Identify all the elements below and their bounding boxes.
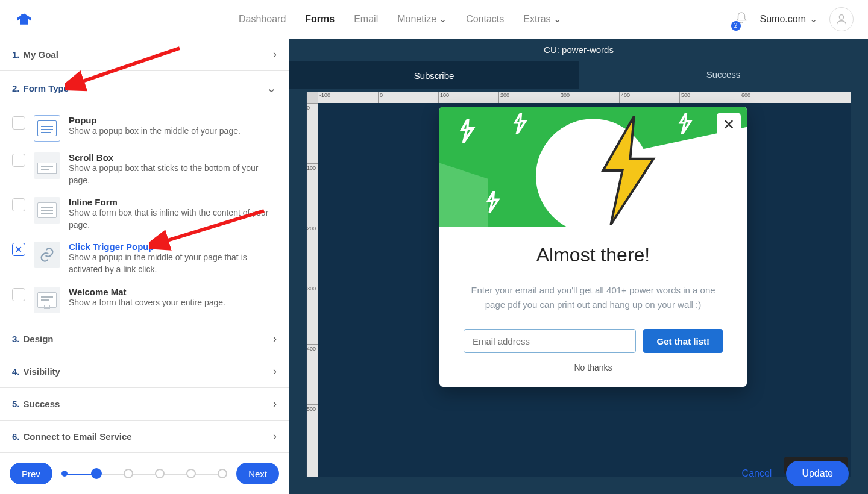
checkbox[interactable] [12, 116, 25, 130]
design-canvas[interactable]: -1000100200300400500600 0100200300400500 [306, 92, 851, 477]
click-trigger-icon [34, 242, 60, 268]
form-type-click-trigger[interactable]: Click Trigger PopupShow a popup in the m… [12, 242, 281, 275]
next-button[interactable]: Next [236, 463, 279, 484]
prev-button[interactable]: Prev [10, 463, 52, 484]
progress-dot [155, 469, 165, 478]
step-connect-email[interactable]: 6.Connect to Email Service › [0, 421, 289, 453]
chevron-right-icon: › [273, 48, 277, 61]
form-type-popup[interactable]: PopupShow a popup box in the middle of y… [12, 115, 281, 142]
app-header: Dashboard Forms Email Monetize ⌄ Contact… [0, 0, 868, 39]
email-field[interactable] [464, 329, 636, 353]
avatar[interactable] [829, 7, 854, 31]
ruler-vertical: 0100200300400500 [307, 103, 318, 477]
welcome-mat-icon [34, 287, 60, 313]
scroll-box-icon [34, 152, 60, 179]
chevron-down-icon: ⌄ [266, 81, 277, 95]
chevron-down-icon: ⌄ [439, 13, 447, 25]
form-type-scroll-box[interactable]: Scroll BoxShow a popup box that sticks t… [12, 152, 281, 186]
progress-dot-current [91, 468, 102, 479]
popup-paragraph: Enter your email and you'll get all 401+… [464, 283, 723, 312]
nav-extras[interactable]: Extras ⌄ [523, 13, 561, 25]
nav-forms[interactable]: Forms [305, 13, 335, 25]
tab-subscribe[interactable]: Subscribe [289, 61, 579, 89]
form-type-list: PopupShow a popup box in the middle of y… [0, 105, 289, 323]
chevron-right-icon: › [273, 398, 277, 410]
ruler-horizontal: -1000100200300400500600 [318, 92, 851, 103]
form-popup[interactable]: ✕ Almost there! Enter your email and you… [439, 107, 747, 387]
progress-dot [124, 469, 133, 478]
popup-hero: ✕ [439, 107, 747, 227]
ruler-corner [307, 92, 318, 103]
chevron-right-icon: › [273, 365, 277, 378]
lightning-icon [587, 116, 665, 225]
tab-success[interactable]: Success [579, 61, 868, 89]
site-switcher[interactable]: Sumo.com ⌄ [760, 13, 817, 25]
step-my-goal[interactable]: 1.My Goal › [0, 39, 289, 71]
progress-dot [218, 469, 227, 478]
preview-pane: CU: power-words Subscribe Success -10001… [289, 39, 868, 494]
chevron-right-icon: › [273, 333, 277, 345]
popup-icon [34, 115, 60, 142]
close-icon[interactable]: ✕ [717, 113, 741, 137]
step-success[interactable]: 5.Success › [0, 388, 289, 421]
popup-heading: Almost there! [464, 244, 723, 266]
checkbox[interactable] [12, 198, 25, 211]
checkbox[interactable] [12, 288, 25, 301]
chevron-right-icon: › [273, 430, 277, 443]
cancel-link[interactable]: Cancel [742, 468, 772, 479]
progress-dot [61, 471, 68, 477]
sidebar-footer: Prev Next [0, 453, 289, 494]
nav-contacts[interactable]: Contacts [466, 13, 504, 25]
checkbox-checked[interactable] [12, 243, 25, 256]
step-visibility[interactable]: 4.Visibility › [0, 355, 289, 388]
update-button[interactable]: Update [786, 461, 849, 486]
nav-email[interactable]: Email [354, 13, 378, 25]
form-type-welcome-mat[interactable]: Welcome MatShow a form that covers your … [12, 287, 281, 313]
nav-dashboard[interactable]: Dashboard [239, 13, 286, 25]
page-footer: Cancel Update [723, 453, 868, 494]
inline-form-icon [34, 197, 60, 224]
submit-button[interactable]: Get that list! [643, 329, 723, 353]
step-design[interactable]: 3.Design › [0, 323, 289, 355]
checkbox[interactable] [12, 154, 25, 167]
chevron-down-icon: ⌄ [810, 13, 817, 25]
form-type-inline-form[interactable]: Inline FormShow a form box that is inlin… [12, 197, 281, 231]
preview-title: CU: power-words [289, 39, 868, 61]
notification-badge: 2 [731, 21, 741, 31]
svg-point-0 [839, 14, 843, 19]
builder-sidebar: 1.My Goal › 2.Form Type ⌄ PopupShow a po… [0, 39, 289, 494]
chevron-down-icon: ⌄ [553, 13, 561, 25]
nav-monetize[interactable]: Monetize ⌄ [397, 13, 447, 25]
brand-logo [14, 12, 34, 27]
step-progress [60, 468, 229, 479]
progress-dot [186, 469, 196, 478]
notifications-button[interactable]: 2 [735, 11, 748, 27]
step-form-type[interactable]: 2.Form Type ⌄ [0, 71, 289, 105]
main-nav: Dashboard Forms Email Monetize ⌄ Contact… [239, 13, 561, 25]
no-thanks-link[interactable]: No thanks [464, 363, 723, 372]
